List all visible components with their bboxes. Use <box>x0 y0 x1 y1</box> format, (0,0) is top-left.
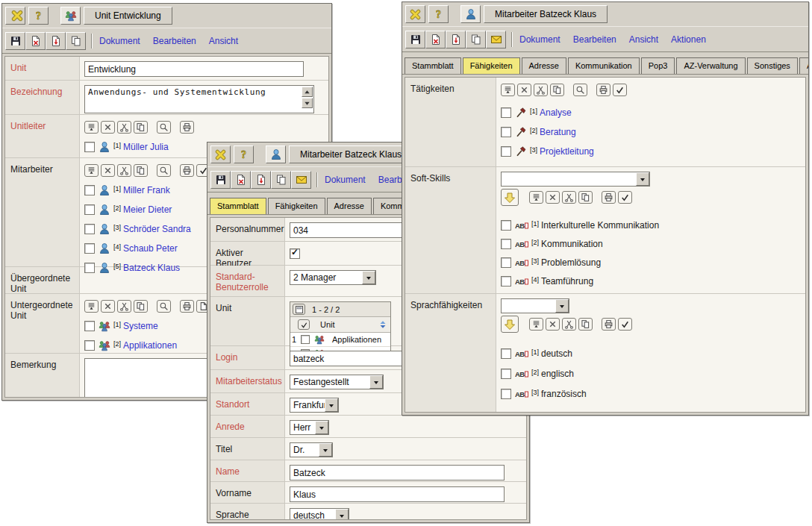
save-button[interactable] <box>405 31 425 48</box>
tab-adresse[interactable]: Adresse <box>522 57 566 74</box>
standort-select[interactable]: Frankfurt <box>290 398 339 413</box>
dropdown-button[interactable] <box>315 421 328 434</box>
tab-adresse[interactable]: Adresse <box>327 198 372 214</box>
item-checkbox[interactable] <box>501 146 511 157</box>
bezeichnung-textarea[interactable]: Anwendungs- und Systementwicklung <box>84 85 314 113</box>
sprachen-select[interactable] <box>501 298 569 313</box>
menu-aktionen[interactable]: Aktionen <box>671 34 706 45</box>
tab-pop3[interactable]: Pop3 <box>641 57 675 74</box>
cut-button[interactable] <box>117 300 131 313</box>
copy-button[interactable] <box>134 121 148 134</box>
dropdown-button[interactable] <box>335 509 349 520</box>
mail-button[interactable] <box>486 31 506 48</box>
close-button[interactable] <box>405 5 425 23</box>
list-button[interactable] <box>84 300 99 313</box>
search-button[interactable] <box>157 300 171 313</box>
copy-button[interactable] <box>578 318 593 331</box>
select-button[interactable] <box>618 318 632 331</box>
search-button[interactable] <box>573 84 587 96</box>
help-button[interactable] <box>428 5 449 23</box>
cut-button[interactable] <box>562 191 576 204</box>
item-checkbox[interactable] <box>501 348 511 359</box>
import-button[interactable] <box>251 171 271 189</box>
search-button[interactable] <box>157 164 171 177</box>
copy-button[interactable] <box>550 84 564 96</box>
select-button[interactable] <box>618 191 632 204</box>
item-checkbox[interactable] <box>501 369 511 379</box>
dropdown-button[interactable] <box>636 172 649 186</box>
list-button[interactable] <box>84 164 99 177</box>
item-checkbox[interactable] <box>84 243 95 254</box>
item-link[interactable]: Schröder Sandra <box>123 224 191 234</box>
tab-alle[interactable]: Alle <box>799 57 808 74</box>
delete-document-button[interactable] <box>25 32 46 50</box>
item-checkbox[interactable] <box>501 127 511 137</box>
titel-select[interactable]: Dr. <box>290 442 333 457</box>
print-button[interactable] <box>180 121 194 134</box>
add-selected-button[interactable] <box>501 189 519 206</box>
select-button[interactable] <box>613 84 627 96</box>
item-checkbox[interactable] <box>84 185 95 195</box>
remove-button[interactable] <box>546 318 560 331</box>
tab-stammblatt[interactable]: Stammblatt <box>210 198 266 214</box>
item-checkbox[interactable] <box>501 220 511 231</box>
item-link[interactable]: Miller Frank <box>123 185 170 195</box>
scroll-down-button[interactable] <box>302 98 313 108</box>
print-button[interactable] <box>602 191 616 204</box>
cut-button[interactable] <box>117 164 131 177</box>
item-link[interactable]: Beratung <box>540 127 576 137</box>
item-link[interactable]: Systeme <box>123 321 158 331</box>
table-menu-button[interactable] <box>293 304 305 315</box>
tab-kommunikation[interactable]: Kommunikation <box>568 57 640 74</box>
item-link[interactable]: Projektleitung <box>540 146 594 157</box>
remove-button[interactable] <box>101 164 115 177</box>
scroll-up-button[interactable] <box>302 87 313 97</box>
dropdown-button[interactable] <box>369 375 383 389</box>
item-checkbox[interactable] <box>84 142 95 152</box>
print-button[interactable] <box>602 318 616 331</box>
vorname-input[interactable] <box>290 486 505 502</box>
tab-faehigkeiten[interactable]: Fähigkeiten <box>463 57 520 74</box>
save-button[interactable] <box>5 32 25 50</box>
menu-dokument[interactable]: Dokument <box>519 34 560 45</box>
close-button[interactable] <box>5 7 25 25</box>
remove-button[interactable] <box>101 300 115 313</box>
menu-dokument[interactable]: Dokument <box>325 175 366 185</box>
cut-button[interactable] <box>534 84 548 96</box>
copy-button[interactable] <box>134 164 148 177</box>
import-button[interactable] <box>446 31 466 48</box>
item-link[interactable]: Schaub Peter <box>123 243 178 254</box>
remove-button[interactable] <box>101 121 115 134</box>
item-checkbox[interactable] <box>501 389 511 399</box>
menu-dokument[interactable]: Dokument <box>99 36 140 46</box>
tab-stammblatt[interactable]: Stammblatt <box>405 57 461 74</box>
tab-faehigkeiten[interactable]: Fähigkeiten <box>268 198 325 214</box>
menu-bearbeiten[interactable]: Bearbeiten <box>153 36 196 46</box>
cut-button[interactable] <box>562 318 576 331</box>
cut-button[interactable] <box>117 121 131 134</box>
dropdown-button[interactable] <box>362 271 375 284</box>
copy-button[interactable] <box>466 31 486 48</box>
copy-button[interactable] <box>271 171 291 189</box>
copy-button[interactable] <box>66 32 86 50</box>
aktiver-benutzer-checkbox[interactable] <box>290 248 300 259</box>
dropdown-button[interactable] <box>325 398 338 412</box>
item-checkbox[interactable] <box>84 204 95 215</box>
mitarbeiterstatus-select[interactable]: Festangestellt <box>290 375 384 389</box>
add-selected-button[interactable] <box>501 316 519 333</box>
item-link[interactable]: Applikationen <box>123 340 177 351</box>
sprache-select[interactable]: deutsch <box>290 508 349 520</box>
unit-input[interactable] <box>84 61 304 77</box>
menu-ansicht[interactable]: Ansicht <box>209 36 238 46</box>
benutzerrolle-select[interactable]: 2 Manager <box>290 270 376 285</box>
item-link[interactable]: Müller Julia <box>123 142 169 152</box>
copy-button[interactable] <box>134 300 148 313</box>
list-button[interactable] <box>529 318 543 331</box>
tab-sonstiges[interactable]: Sonstiges <box>747 57 798 74</box>
help-button[interactable] <box>234 145 254 163</box>
item-checkbox[interactable] <box>84 224 95 234</box>
save-button[interactable] <box>210 171 231 189</box>
copy-button[interactable] <box>578 191 593 204</box>
import-button[interactable] <box>46 32 66 50</box>
delete-document-button[interactable] <box>425 31 446 48</box>
